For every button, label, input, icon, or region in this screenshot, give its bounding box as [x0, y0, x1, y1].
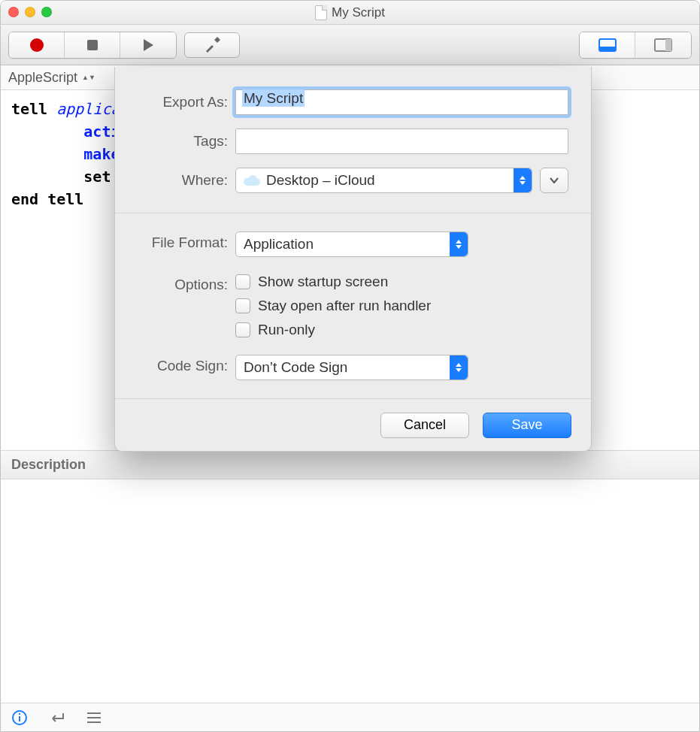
code-sign-popup[interactable]: Don’t Code Sign	[235, 355, 468, 380]
status-bar	[1, 703, 699, 731]
tags-field[interactable]	[235, 129, 568, 154]
where-label: Where:	[138, 172, 235, 189]
document-icon	[315, 5, 327, 20]
svg-rect-4	[665, 39, 671, 51]
save-button[interactable]: Save	[483, 413, 571, 438]
svg-rect-7	[19, 713, 20, 715]
language-label: AppleScript	[8, 70, 77, 86]
run-button[interactable]	[120, 32, 176, 58]
return-icon	[49, 712, 65, 724]
checkbox[interactable]	[235, 298, 250, 313]
option-stay-open[interactable]: Stay open after run handler	[235, 298, 431, 314]
export-as-value: My Script	[242, 89, 305, 107]
export-as-label: Export As:	[138, 94, 235, 110]
record-button[interactable]	[9, 32, 65, 58]
show-side-pane-button[interactable]	[635, 32, 691, 58]
window-title-text: My Script	[332, 5, 385, 20]
option-label: Stay open after run handler	[258, 298, 431, 314]
window-title: My Script	[1, 1, 699, 25]
log-button[interactable]	[86, 712, 102, 724]
compile-button[interactable]	[184, 32, 240, 58]
expand-browser-button[interactable]	[540, 168, 568, 193]
updown-icon	[450, 232, 468, 256]
description-header: Description	[1, 451, 699, 479]
where-popup[interactable]: Desktop – iCloud	[235, 168, 532, 193]
bottom-pane-icon	[598, 38, 617, 52]
updown-icon: ▲▼	[82, 74, 95, 80]
log-icon	[86, 712, 102, 724]
script-editor-window: My Script AppleScript ▲▼	[0, 0, 700, 732]
chevron-down-icon	[549, 177, 559, 184]
file-format-label: File Format:	[138, 231, 235, 251]
view-controls	[579, 32, 692, 59]
svg-rect-2	[599, 47, 616, 51]
titlebar: My Script	[1, 1, 699, 25]
file-format-popup[interactable]: Application	[235, 231, 468, 257]
description-body[interactable]	[1, 479, 699, 703]
play-icon	[141, 38, 155, 52]
hammer-icon	[204, 37, 220, 53]
export-sheet: Export As: My Script Tags: Where: Deskto…	[114, 67, 592, 452]
icloud-icon	[244, 175, 260, 186]
info-button[interactable]	[11, 709, 28, 726]
toolbar	[1, 25, 699, 65]
side-pane-icon	[654, 38, 672, 52]
option-show-startup[interactable]: Show startup screen	[235, 274, 431, 290]
result-button[interactable]	[49, 712, 65, 724]
run-controls	[8, 32, 177, 59]
updown-icon	[450, 355, 468, 380]
code-sign-value: Don’t Code Sign	[244, 359, 347, 376]
code-sign-label: Code Sign:	[138, 355, 235, 374]
cancel-button[interactable]: Cancel	[380, 413, 469, 438]
checkbox[interactable]	[235, 274, 250, 289]
stop-button[interactable]	[65, 32, 120, 58]
file-format-value: Application	[244, 236, 314, 253]
options-label: Options:	[138, 274, 235, 293]
checkbox[interactable]	[235, 322, 250, 337]
stop-icon	[87, 40, 98, 50]
option-run-only[interactable]: Run-only	[235, 322, 431, 338]
svg-rect-6	[19, 716, 20, 721]
tags-label: Tags:	[138, 133, 235, 150]
svg-marker-0	[144, 39, 153, 51]
info-icon	[11, 709, 28, 726]
option-label: Show startup screen	[258, 274, 388, 290]
show-bottom-pane-button[interactable]	[580, 32, 635, 58]
language-popup[interactable]: AppleScript ▲▼	[8, 70, 95, 86]
option-label: Run-only	[258, 322, 315, 338]
where-value: Desktop – iCloud	[266, 172, 375, 189]
export-as-field[interactable]: My Script	[235, 89, 568, 115]
record-icon	[30, 38, 44, 52]
description-label: Description	[11, 457, 86, 473]
updown-icon	[514, 168, 532, 192]
